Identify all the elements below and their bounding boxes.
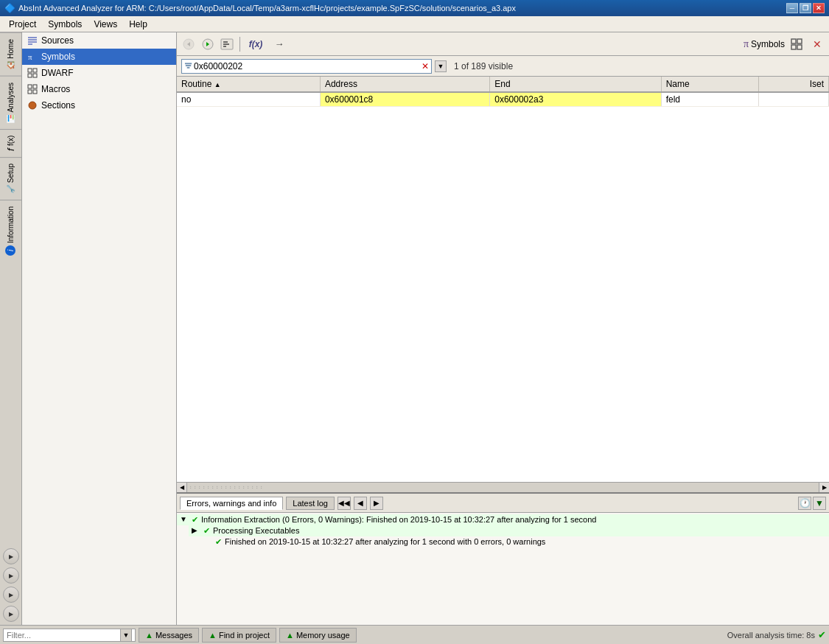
- play-button-1[interactable]: ▶: [3, 548, 19, 564]
- status-icon: ✔: [818, 629, 826, 640]
- restore-button[interactable]: ❐: [800, 3, 811, 13]
- left-sidebar: 🏠 Home 📊 Analyses f f(x) 🔧 Setup i Infor…: [0, 32, 22, 625]
- svg-rect-20: [791, 39, 796, 43]
- log-nav-next[interactable]: ▶: [370, 497, 383, 510]
- log-entry-0: ▼ ✔ Information Extraction (0 Errors, 0 …: [177, 514, 829, 525]
- svg-rect-21: [797, 39, 802, 43]
- sections-icon: [27, 99, 38, 111]
- filter-dropdown-button[interactable]: ▼: [435, 60, 447, 72]
- close-panel-button[interactable]: ✕: [808, 35, 826, 53]
- status-text: Overall analysis time: 8s: [727, 631, 815, 640]
- col-header-name[interactable]: Name: [661, 77, 758, 92]
- log-menu-button[interactable]: ▼: [813, 497, 826, 510]
- sort-icon-routine: ▲: [214, 81, 221, 88]
- log-content[interactable]: ▼ ✔ Information Extraction (0 Errors, 0 …: [177, 513, 829, 625]
- play-button-4[interactable]: ▶: [3, 606, 19, 622]
- svg-rect-5: [28, 69, 32, 72]
- log-nav-first[interactable]: ◀◀: [337, 497, 351, 510]
- cell-name: feld: [661, 92, 758, 107]
- tree-item-macros[interactable]: Macros: [22, 81, 176, 97]
- scroll-right-button[interactable]: ▶: [819, 483, 829, 493]
- h-scrollbar[interactable]: ◀ ︰︰︰︰︰︰︰︰︰︰︰︰︰︰︰︰︰ ▶: [177, 482, 829, 492]
- bottom-filter-input[interactable]: [7, 631, 119, 640]
- arrow-button[interactable]: →: [269, 35, 290, 53]
- svg-rect-24: [185, 63, 192, 64]
- tree-item-sources[interactable]: Sources: [22, 32, 176, 49]
- dwarf-icon: [27, 67, 38, 79]
- sources-icon: [27, 35, 38, 46]
- cell-iset: [758, 92, 828, 107]
- sidebar-fx[interactable]: f f(x): [0, 129, 21, 157]
- log-entry-2: ▶ ✔ Finished on 2019-10-15 at 10:32:27 a…: [200, 536, 829, 547]
- bottom-tab-memory[interactable]: ▲ Memory usage: [279, 628, 357, 643]
- memory-icon: ▲: [286, 631, 294, 640]
- tree-scroll[interactable]: Sources π Symbols: [22, 32, 176, 625]
- bottom-filter-btn[interactable]: ▼: [120, 629, 132, 642]
- menu-help[interactable]: Help: [123, 18, 153, 31]
- menu-project[interactable]: Project: [3, 18, 42, 31]
- filter-clear-button[interactable]: ✕: [422, 61, 429, 71]
- bottom-filter-wrap[interactable]: ▼: [3, 629, 136, 642]
- log-panel: Errors, warnings and info Latest log ◀◀ …: [177, 492, 829, 625]
- svg-text:π: π: [28, 52, 32, 61]
- filter-input[interactable]: [194, 61, 420, 71]
- svg-rect-25: [186, 65, 191, 66]
- memory-label: Memory usage: [296, 631, 350, 640]
- reload-button[interactable]: [218, 35, 236, 53]
- play-button-2[interactable]: ▶: [3, 567, 19, 584]
- symbols-label: Symbols: [41, 52, 75, 62]
- macros-label: Macros: [41, 84, 70, 94]
- col-header-address[interactable]: Address: [320, 77, 489, 92]
- tree-item-symbols[interactable]: π Symbols: [22, 49, 176, 65]
- tree-item-dwarf[interactable]: DWARF: [22, 65, 176, 81]
- menu-views[interactable]: Views: [88, 18, 123, 31]
- sidebar-setup[interactable]: 🔧 Setup: [0, 157, 21, 200]
- information-icon: i: [6, 246, 16, 256]
- log-text-1: Processing Executables: [213, 526, 299, 535]
- log-clock-button[interactable]: 🕐: [798, 497, 811, 510]
- menu-bar: Project Symbols Views Help: [0, 16, 829, 32]
- forward-button[interactable]: [199, 35, 217, 53]
- log-text-0: Information Extraction (0 Errors, 0 Warn…: [201, 515, 596, 524]
- filter-input-wrap[interactable]: ✕: [181, 59, 432, 74]
- fx-icon: f: [5, 149, 16, 152]
- bottom-tab-messages[interactable]: ▲ Messages: [139, 628, 199, 643]
- scroll-ticks: ︰︰︰︰︰︰︰︰︰︰︰︰︰︰︰︰︰: [187, 483, 819, 492]
- bottom-tab-find[interactable]: ▲ Find in project: [202, 628, 276, 643]
- menu-symbols[interactable]: Symbols: [42, 18, 88, 31]
- minimize-button[interactable]: ─: [786, 3, 798, 13]
- analyses-icon: 📊: [7, 114, 15, 123]
- log-nav-prev[interactable]: ◀: [354, 497, 367, 510]
- log-expand-1[interactable]: ▶: [192, 526, 200, 534]
- dwarf-label: DWARF: [41, 68, 74, 78]
- log-tab-errors[interactable]: Errors, warnings and info: [180, 497, 283, 510]
- col-header-end[interactable]: End: [490, 77, 661, 92]
- close-button[interactable]: ✕: [813, 3, 825, 13]
- symbols-icon: π: [27, 51, 38, 63]
- svg-point-13: [29, 102, 36, 109]
- svg-rect-9: [28, 85, 32, 88]
- col-header-iset[interactable]: Iset: [758, 77, 828, 92]
- toolbar-sep-1: [239, 37, 240, 52]
- play-button-3[interactable]: ▶: [3, 587, 19, 603]
- find-icon: ▲: [209, 631, 217, 640]
- log-tab-latest[interactable]: Latest log: [286, 497, 335, 510]
- sidebar-home[interactable]: 🏠 Home: [0, 32, 21, 76]
- table-wrap[interactable]: Routine ▲ Address End Name: [177, 77, 829, 482]
- svg-rect-26: [187, 66, 190, 68]
- scroll-left-button[interactable]: ◀: [177, 483, 187, 493]
- log-expand-0[interactable]: ▼: [180, 515, 189, 523]
- col-header-routine[interactable]: Routine ▲: [177, 77, 320, 92]
- h-scrollbar-track[interactable]: ︰︰︰︰︰︰︰︰︰︰︰︰︰︰︰︰︰: [187, 483, 819, 492]
- back-button[interactable]: [180, 35, 197, 53]
- window-controls[interactable]: ─ ❐ ✕: [786, 3, 825, 13]
- table-row[interactable]: no 0x600001c8 0x600002a3 feld: [177, 92, 829, 107]
- table-header-row: Routine ▲ Address End Name: [177, 77, 829, 92]
- log-check-1: ✔: [203, 526, 210, 536]
- sidebar-analyses[interactable]: 📊 Analyses: [0, 76, 21, 130]
- fx-button[interactable]: f(x): [244, 35, 267, 53]
- expand-view-button[interactable]: [788, 35, 805, 53]
- sidebar-information[interactable]: i Information: [0, 200, 21, 262]
- tree-item-sections[interactable]: Sections: [22, 97, 176, 113]
- bottom-bar: ▼ ▲ Messages ▲ Find in project ▲ Memory …: [0, 625, 829, 644]
